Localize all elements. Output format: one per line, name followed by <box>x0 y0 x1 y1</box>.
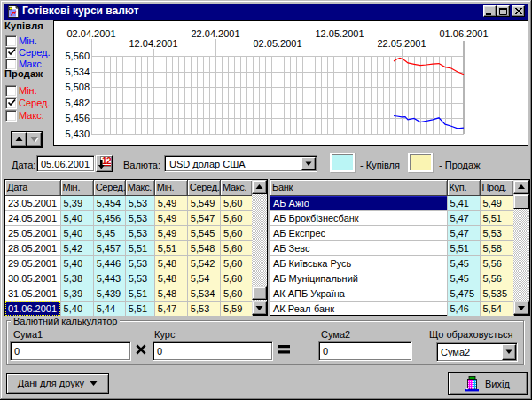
svg-text:5,508: 5,508 <box>65 82 90 92</box>
svg-text:22.04.2001: 22.04.2001 <box>191 28 239 39</box>
svg-text:02.04.2001: 02.04.2001 <box>66 28 115 39</box>
svg-text:12.04.2001: 12.04.2001 <box>129 38 177 49</box>
svg-text:5,482: 5,482 <box>65 98 90 108</box>
svg-text:02.05.2001: 02.05.2001 <box>253 38 301 49</box>
svg-text:5,534: 5,534 <box>65 67 90 77</box>
svg-text:12.05.2001: 12.05.2001 <box>315 28 364 39</box>
svg-text:01.06.2001: 01.06.2001 <box>439 28 488 39</box>
svg-text:5,456: 5,456 <box>65 113 90 123</box>
svg-text:22.05.2001: 22.05.2001 <box>377 38 426 49</box>
svg-text:5,560: 5,560 <box>65 51 90 61</box>
svg-text:5,430: 5,430 <box>65 129 90 139</box>
